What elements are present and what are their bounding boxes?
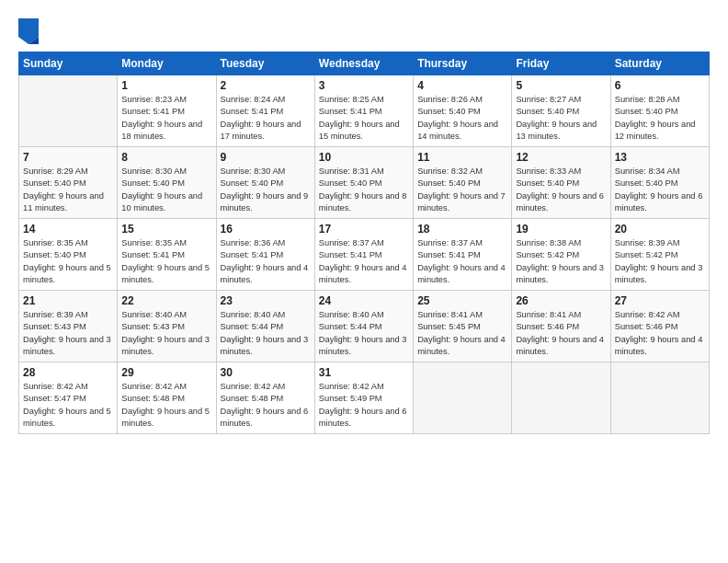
- calendar-cell: [610, 362, 709, 434]
- day-number: 4: [417, 79, 507, 92]
- cell-content: Sunrise: 8:37 AMSunset: 5:41 PMDaylight:…: [319, 237, 409, 287]
- cell-content: Sunrise: 8:38 AMSunset: 5:42 PMDaylight:…: [516, 237, 606, 287]
- cell-content: Sunrise: 8:34 AMSunset: 5:40 PMDaylight:…: [615, 166, 705, 215]
- day-number: 3: [319, 79, 409, 92]
- cell-content: Sunrise: 8:24 AMSunset: 5:41 PMDaylight:…: [221, 94, 311, 144]
- cell-content: Sunrise: 8:33 AMSunset: 5:40 PMDaylight:…: [516, 166, 606, 215]
- calendar-cell: [512, 362, 610, 434]
- cell-content: Sunrise: 8:35 AMSunset: 5:40 PMDaylight:…: [23, 237, 113, 287]
- cell-content: Sunrise: 8:36 AMSunset: 5:41 PMDaylight:…: [221, 237, 311, 287]
- col-header-tuesday: Tuesday: [216, 52, 314, 75]
- calendar-cell: 23Sunrise: 8:40 AMSunset: 5:44 PMDayligh…: [216, 291, 314, 362]
- day-number: 6: [615, 79, 705, 92]
- cell-content: Sunrise: 8:41 AMSunset: 5:46 PMDaylight:…: [516, 309, 606, 359]
- col-header-thursday: Thursday: [414, 52, 512, 75]
- calendar-cell: 5Sunrise: 8:27 AMSunset: 5:40 PMDaylight…: [512, 75, 610, 147]
- day-number: 9: [221, 151, 311, 164]
- cell-content: Sunrise: 8:32 AMSunset: 5:40 PMDaylight:…: [417, 166, 507, 215]
- cell-content: Sunrise: 8:28 AMSunset: 5:40 PMDaylight:…: [615, 94, 705, 144]
- calendar-cell: 8Sunrise: 8:30 AMSunset: 5:40 PMDaylight…: [118, 147, 216, 219]
- logo-icon: [18, 18, 39, 44]
- calendar-cell: 4Sunrise: 8:26 AMSunset: 5:40 PMDaylight…: [414, 75, 512, 147]
- calendar-cell: 20Sunrise: 8:39 AMSunset: 5:42 PMDayligh…: [610, 219, 709, 291]
- calendar-cell: 17Sunrise: 8:37 AMSunset: 5:41 PMDayligh…: [314, 219, 413, 291]
- day-number: 14: [23, 223, 113, 236]
- calendar-cell: 21Sunrise: 8:39 AMSunset: 5:43 PMDayligh…: [19, 291, 118, 362]
- week-row-2: 14Sunrise: 8:35 AMSunset: 5:40 PMDayligh…: [19, 219, 710, 291]
- day-number: 23: [221, 294, 311, 307]
- day-number: 25: [417, 294, 507, 307]
- day-number: 8: [121, 151, 211, 164]
- col-header-friday: Friday: [512, 52, 610, 75]
- header-row: SundayMondayTuesdayWednesdayThursdayFrid…: [19, 52, 710, 75]
- cell-content: Sunrise: 8:39 AMSunset: 5:42 PMDaylight:…: [615, 237, 705, 287]
- calendar-cell: 3Sunrise: 8:25 AMSunset: 5:41 PMDaylight…: [314, 75, 413, 147]
- cell-content: Sunrise: 8:27 AMSunset: 5:40 PMDaylight:…: [516, 94, 606, 144]
- cell-content: Sunrise: 8:25 AMSunset: 5:41 PMDaylight:…: [319, 94, 409, 144]
- calendar-cell: 22Sunrise: 8:40 AMSunset: 5:43 PMDayligh…: [118, 291, 216, 362]
- cell-content: Sunrise: 8:40 AMSunset: 5:43 PMDaylight:…: [121, 309, 211, 359]
- week-row-1: 7Sunrise: 8:29 AMSunset: 5:40 PMDaylight…: [19, 147, 710, 219]
- day-number: 5: [516, 79, 606, 92]
- week-row-3: 21Sunrise: 8:39 AMSunset: 5:43 PMDayligh…: [19, 291, 710, 362]
- calendar-cell: 27Sunrise: 8:42 AMSunset: 5:46 PMDayligh…: [610, 291, 709, 362]
- calendar-cell: 9Sunrise: 8:30 AMSunset: 5:40 PMDaylight…: [216, 147, 314, 219]
- cell-content: Sunrise: 8:31 AMSunset: 5:40 PMDaylight:…: [319, 166, 409, 215]
- calendar-cell: 18Sunrise: 8:37 AMSunset: 5:41 PMDayligh…: [414, 219, 512, 291]
- calendar-cell: [19, 75, 118, 147]
- calendar-cell: 28Sunrise: 8:42 AMSunset: 5:47 PMDayligh…: [19, 362, 118, 434]
- day-number: 27: [615, 294, 705, 307]
- cell-content: Sunrise: 8:42 AMSunset: 5:46 PMDaylight:…: [615, 309, 705, 359]
- col-header-monday: Monday: [118, 52, 216, 75]
- day-number: 21: [23, 294, 113, 307]
- day-number: 17: [319, 223, 409, 236]
- calendar-cell: 14Sunrise: 8:35 AMSunset: 5:40 PMDayligh…: [19, 219, 118, 291]
- day-number: 22: [121, 294, 211, 307]
- cell-content: Sunrise: 8:40 AMSunset: 5:44 PMDaylight:…: [319, 309, 409, 359]
- calendar-cell: 6Sunrise: 8:28 AMSunset: 5:40 PMDaylight…: [610, 75, 709, 147]
- calendar-cell: 7Sunrise: 8:29 AMSunset: 5:40 PMDaylight…: [19, 147, 118, 219]
- calendar-cell: 24Sunrise: 8:40 AMSunset: 5:44 PMDayligh…: [314, 291, 413, 362]
- cell-content: Sunrise: 8:42 AMSunset: 5:48 PMDaylight:…: [221, 381, 311, 431]
- cell-content: Sunrise: 8:41 AMSunset: 5:45 PMDaylight:…: [417, 309, 507, 359]
- calendar-cell: [414, 362, 512, 434]
- calendar-cell: 16Sunrise: 8:36 AMSunset: 5:41 PMDayligh…: [216, 219, 314, 291]
- calendar-cell: 11Sunrise: 8:32 AMSunset: 5:40 PMDayligh…: [414, 147, 512, 219]
- day-number: 26: [516, 294, 606, 307]
- cell-content: Sunrise: 8:29 AMSunset: 5:40 PMDaylight:…: [23, 166, 113, 215]
- cell-content: Sunrise: 8:42 AMSunset: 5:48 PMDaylight:…: [121, 381, 211, 431]
- day-number: 24: [319, 294, 409, 307]
- calendar-cell: 25Sunrise: 8:41 AMSunset: 5:45 PMDayligh…: [414, 291, 512, 362]
- cell-content: Sunrise: 8:26 AMSunset: 5:40 PMDaylight:…: [417, 94, 507, 144]
- calendar-cell: 29Sunrise: 8:42 AMSunset: 5:48 PMDayligh…: [118, 362, 216, 434]
- day-number: 28: [23, 366, 113, 379]
- calendar-cell: 13Sunrise: 8:34 AMSunset: 5:40 PMDayligh…: [610, 147, 709, 219]
- cell-content: Sunrise: 8:23 AMSunset: 5:41 PMDaylight:…: [121, 94, 211, 144]
- day-number: 11: [417, 151, 507, 164]
- calendar-cell: 12Sunrise: 8:33 AMSunset: 5:40 PMDayligh…: [512, 147, 610, 219]
- day-number: 12: [516, 151, 606, 164]
- calendar-cell: 15Sunrise: 8:35 AMSunset: 5:41 PMDayligh…: [118, 219, 216, 291]
- day-number: 2: [221, 79, 311, 92]
- col-header-sunday: Sunday: [19, 52, 118, 75]
- day-number: 20: [615, 223, 705, 236]
- cell-content: Sunrise: 8:40 AMSunset: 5:44 PMDaylight:…: [221, 309, 311, 359]
- week-row-4: 28Sunrise: 8:42 AMSunset: 5:47 PMDayligh…: [19, 362, 710, 434]
- day-number: 15: [121, 223, 211, 236]
- cell-content: Sunrise: 8:39 AMSunset: 5:43 PMDaylight:…: [23, 309, 113, 359]
- day-number: 19: [516, 223, 606, 236]
- day-number: 13: [615, 151, 705, 164]
- calendar-table: SundayMondayTuesdayWednesdayThursdayFrid…: [18, 52, 710, 434]
- day-number: 31: [319, 366, 409, 379]
- day-number: 1: [121, 79, 211, 92]
- cell-content: Sunrise: 8:37 AMSunset: 5:41 PMDaylight:…: [417, 237, 507, 287]
- col-header-saturday: Saturday: [610, 52, 709, 75]
- cell-content: Sunrise: 8:35 AMSunset: 5:41 PMDaylight:…: [121, 237, 211, 287]
- calendar-cell: 1Sunrise: 8:23 AMSunset: 5:41 PMDaylight…: [118, 75, 216, 147]
- calendar-cell: 31Sunrise: 8:42 AMSunset: 5:49 PMDayligh…: [314, 362, 413, 434]
- col-header-wednesday: Wednesday: [314, 52, 413, 75]
- week-row-0: 1Sunrise: 8:23 AMSunset: 5:41 PMDaylight…: [19, 75, 710, 147]
- cell-content: Sunrise: 8:42 AMSunset: 5:49 PMDaylight:…: [319, 381, 409, 431]
- cell-content: Sunrise: 8:30 AMSunset: 5:40 PMDaylight:…: [221, 166, 311, 215]
- calendar-cell: 10Sunrise: 8:31 AMSunset: 5:40 PMDayligh…: [314, 147, 413, 219]
